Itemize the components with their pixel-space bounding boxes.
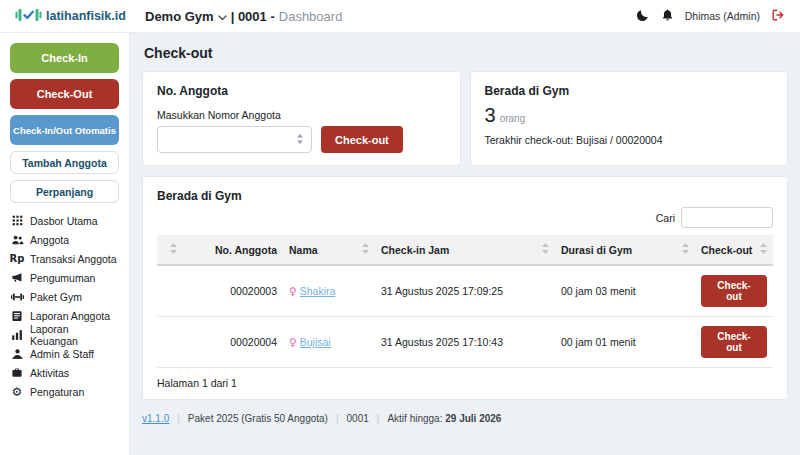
duration-cell: 00 jam 03 menit xyxy=(555,265,695,317)
sort-icon xyxy=(170,243,177,256)
briefcase-icon xyxy=(10,367,24,378)
member-name-link[interactable]: Shakira xyxy=(300,285,336,297)
table-header-row: No. Anggota Nama Check-in Jam Durasi di … xyxy=(157,235,773,265)
sidebar-item-label: Admin & Staff xyxy=(30,348,94,360)
sidebar-item-label: Laporan Anggota xyxy=(30,310,110,322)
version-link[interactable]: v1.1.0 xyxy=(142,413,169,424)
column-header-checkin-jam[interactable]: Check-in Jam xyxy=(375,235,555,265)
gym-code: | 0001 - xyxy=(231,9,275,24)
gym-id-text: 0001 xyxy=(347,413,369,424)
admin-users-icon xyxy=(10,348,24,360)
gear-icon: ⚙ xyxy=(10,386,24,398)
row-checkout-button[interactable]: Check-out xyxy=(701,326,767,358)
app-window: latihanfisik.id Demo Gym | 0001 - Dashbo… xyxy=(0,0,800,455)
finance-chart-icon xyxy=(10,329,24,341)
sidebar-item-label: Pengaturan xyxy=(30,386,84,398)
app-footer: v1.1.0 | Paket 2025 (Gratis 50 Anggota) … xyxy=(142,413,788,424)
footer-separator: | xyxy=(336,413,339,424)
table-row: 00020004 ♀Bujisai 31 Agustus 2025 17:10:… xyxy=(157,317,773,368)
sidebar-item-label: Anggota xyxy=(30,234,69,246)
megaphone-icon xyxy=(10,272,24,283)
sidebar-item-pengaturan[interactable]: ⚙ Pengaturan xyxy=(10,382,119,401)
column-header-no-anggota[interactable]: No. Anggota xyxy=(183,235,283,265)
female-icon: ♀ xyxy=(289,336,297,348)
rupiah-icon: Rp xyxy=(10,254,24,264)
footer-separator: | xyxy=(177,413,180,424)
grid-icon xyxy=(10,215,24,226)
row-checkout-button[interactable]: Check-out xyxy=(701,275,767,307)
sidebar-item-pengumuman[interactable]: Pengumuman xyxy=(10,268,119,287)
gym-name[interactable]: Demo Gym xyxy=(145,9,214,24)
member-name-link[interactable]: Bujisai xyxy=(300,336,331,348)
logout-icon xyxy=(771,8,785,25)
member-number-cell: 00020003 xyxy=(183,265,283,317)
sort-icon xyxy=(362,243,369,256)
chevron-down-icon[interactable] xyxy=(218,9,227,24)
user-name[interactable]: Dhimas (Admin) xyxy=(685,10,760,22)
sidebar-item-transaksi-anggota[interactable]: Rp Transaksi Anggota xyxy=(10,249,119,268)
sidebar-item-laporan-keuangan[interactable]: Laporan Keuangan xyxy=(10,325,119,344)
in-gym-count: 3 xyxy=(485,104,496,127)
logout-button[interactable] xyxy=(771,8,785,25)
duration-cell: 00 jam 01 menit xyxy=(555,317,695,368)
checkout-button[interactable]: Check-Out xyxy=(10,79,119,109)
column-header-sort[interactable] xyxy=(157,235,183,265)
member-number-select[interactable] xyxy=(157,126,312,153)
dumbbell-check-logo-icon xyxy=(15,7,42,25)
checkout-submit-button[interactable]: Check-out xyxy=(321,126,403,153)
sort-icon xyxy=(682,243,689,256)
dumbbell-icon xyxy=(10,292,24,302)
column-header-durasi[interactable]: Durasi di Gym xyxy=(555,235,695,265)
page-title: Check-out xyxy=(144,45,788,61)
sidebar-item-label: Pengumuman xyxy=(30,272,95,284)
sidebar-item-dasbor-utama[interactable]: Dasbor Utama xyxy=(10,211,119,230)
sidebar-item-anggota[interactable]: Anggota xyxy=(10,230,119,249)
checkin-button[interactable]: Check-In xyxy=(10,43,119,73)
column-header-checkout[interactable]: Check-out xyxy=(695,235,773,265)
footer-separator: | xyxy=(377,413,380,424)
checkin-time-cell: 31 Agustus 2025 17:09:25 xyxy=(375,265,555,317)
table-title: Berada di Gym xyxy=(157,189,773,203)
sidebar-item-admin-staff[interactable]: Admin & Staff xyxy=(10,344,119,363)
current-page-name: Dashboard xyxy=(279,9,343,24)
in-gym-summary-card: Berada di Gym 3 orang Terakhir check-out… xyxy=(470,71,789,166)
table-search-input[interactable] xyxy=(681,207,773,228)
sidebar-item-label: Transaksi Anggota xyxy=(30,253,117,265)
checkin-time-cell: 31 Agustus 2025 17:10:43 xyxy=(375,317,555,368)
auto-checkinout-button[interactable]: Check-In/Out Otomatis xyxy=(10,115,119,145)
table-row: 00020003 ♀Shakira 31 Agustus 2025 17:09:… xyxy=(157,265,773,317)
sort-icon xyxy=(542,243,549,256)
sidebar-item-label: Paket Gym xyxy=(30,291,82,303)
sidebar-item-aktivitas[interactable]: Aktivitas xyxy=(10,363,119,382)
topbar: latihanfisik.id Demo Gym | 0001 - Dashbo… xyxy=(0,0,800,33)
dark-mode-toggle[interactable] xyxy=(636,8,650,25)
brand-logo[interactable]: latihanfisik.id xyxy=(0,7,130,25)
pagination-text: Halaman 1 dari 1 xyxy=(157,377,773,389)
sidebar-item-paket-gym[interactable]: Paket Gym xyxy=(10,287,119,306)
sidebar-item-label: Laporan Keuangan xyxy=(30,323,119,347)
moon-icon xyxy=(636,8,650,25)
column-header-nama[interactable]: Nama xyxy=(283,235,375,265)
extend-button[interactable]: Perpanjang xyxy=(10,180,119,203)
member-number-card: No. Anggota Masukkan Nomor Anggota Check… xyxy=(142,71,461,166)
bell-icon xyxy=(661,8,674,25)
member-card-title: No. Anggota xyxy=(157,84,446,98)
sidebar-item-label: Dasbor Utama xyxy=(30,215,98,227)
users-icon xyxy=(10,234,24,246)
logo-text: latihanfisik.id xyxy=(46,9,126,23)
sidebar: Check-In Check-Out Check-In/Out Otomatis… xyxy=(0,33,130,455)
page-header-title: Demo Gym | 0001 - Dashboard xyxy=(145,9,342,24)
in-gym-table: No. Anggota Nama Check-in Jam Durasi di … xyxy=(157,235,773,368)
topbar-actions: Dhimas (Admin) xyxy=(636,8,800,25)
plan-text: Paket 2025 (Gratis 50 Anggota) xyxy=(188,413,328,424)
spinner-arrows-icon xyxy=(296,133,304,147)
notifications-button[interactable] xyxy=(661,8,674,25)
report-icon xyxy=(10,310,24,322)
add-member-button[interactable]: Tambah Anggota xyxy=(10,151,119,174)
sort-icon xyxy=(760,243,767,256)
last-checkout-text: Terakhir check-out: Bujisai / 00020004 xyxy=(485,134,774,146)
in-gym-unit: orang xyxy=(500,113,526,124)
active-until-date: 29 Juli 2026 xyxy=(445,413,501,424)
in-gym-title: Berada di Gym xyxy=(485,84,774,98)
search-label: Cari xyxy=(656,212,675,224)
